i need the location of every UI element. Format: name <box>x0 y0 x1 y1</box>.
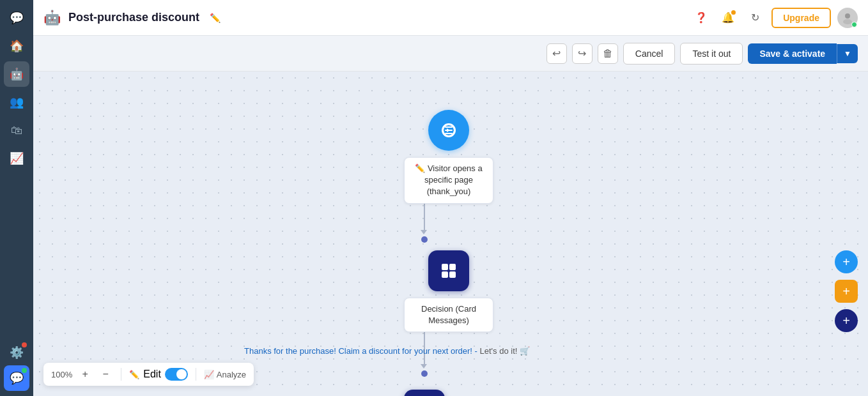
edit-pencil-icon: ✏️ <box>129 370 139 379</box>
divider-2 <box>196 368 196 381</box>
trigger-circle[interactable] <box>428 110 469 151</box>
header-logo: 🤖 <box>43 10 61 26</box>
save-activate-button[interactable]: Save & activate <box>748 43 837 64</box>
sidebar-item-settings[interactable]: ⚙️ <box>4 340 29 365</box>
avatar <box>837 8 858 28</box>
livechat-badge <box>22 368 27 373</box>
canvas-toolbar: ↩ ↪ 🗑 Cancel Test it out Save & activate… <box>33 36 868 72</box>
analyze-label: Analyze <box>217 370 246 379</box>
delete-button[interactable]: 🗑 <box>598 43 618 64</box>
sidebar-item-analytics[interactable]: 📈 <box>4 146 29 171</box>
flow-canvas[interactable]: ✏️ Visitor opens a specific page (thank_… <box>33 72 868 396</box>
arrow-2 <box>421 364 427 369</box>
app-container: 💬 🏠 🤖 👥 🛍 📈 ⚙️ 💬 🤖 Post-purchase discoun… <box>0 0 868 396</box>
refresh-button[interactable]: ↻ <box>745 8 765 28</box>
header-actions: ❓ 🔔 ↻ Upgrade <box>691 8 858 28</box>
svg-rect-4 <box>449 264 456 270</box>
add-step-blue-button[interactable]: + <box>835 250 858 273</box>
right-panel: + + + <box>835 250 858 332</box>
decision-label: Decision (Card Messages) <box>404 298 493 332</box>
save-activate-group: Save & activate ▼ <box>748 43 858 64</box>
analyze-section[interactable]: 📈 Analyze <box>204 370 246 379</box>
sidebar-item-home[interactable]: 🏠 <box>4 33 29 59</box>
svg-rect-6 <box>449 271 456 278</box>
decision-node[interactable]: Decision (Card Messages) <box>404 250 493 332</box>
canvas-area: ↩ ↪ 🗑 Cancel Test it out Save & activate… <box>33 36 868 396</box>
svg-rect-5 <box>442 271 448 278</box>
trigger-label: ✏️ Visitor opens a specific page (thank_… <box>404 157 493 204</box>
sidebar: 💬 🏠 🤖 👥 🛍 📈 ⚙️ 💬 <box>0 0 33 396</box>
sidebar-item-bots[interactable]: 🤖 <box>4 61 29 87</box>
toggle-knob <box>176 369 187 379</box>
svg-point-0 <box>845 13 850 19</box>
settings-badge <box>22 342 27 347</box>
svg-rect-3 <box>442 264 448 270</box>
save-dropdown-button[interactable]: ▼ <box>837 44 858 63</box>
divider <box>121 368 121 381</box>
cancel-button[interactable]: Cancel <box>623 43 676 65</box>
message-node[interactable]: ✏️ ⧉ ✕ <box>404 390 445 396</box>
edit-label: Edit <box>143 369 161 380</box>
redo-button[interactable]: ↪ <box>572 43 593 64</box>
title-edit-icon[interactable]: ✏️ <box>210 13 221 23</box>
edit-section: ✏️ Edit <box>129 368 188 381</box>
trigger-label-text: ✏️ Visitor opens a specific page (thank_… <box>415 164 482 196</box>
svg-point-1 <box>843 19 852 24</box>
message-separator: - <box>472 346 480 356</box>
bottom-toolbar: 100% + − ✏️ Edit 📈 Analyze <box>43 363 254 386</box>
sidebar-item-contacts[interactable]: 👥 <box>4 89 29 115</box>
message-circle[interactable] <box>404 390 445 396</box>
message-text-container: Thanks for the purchase! Claim a discoun… <box>244 346 530 356</box>
test-button[interactable]: Test it out <box>680 43 743 65</box>
decision-circle[interactable] <box>428 250 469 291</box>
sidebar-item-chat[interactable]: 💬 <box>4 5 29 31</box>
undo-button[interactable]: ↩ <box>546 43 567 64</box>
notifications-button[interactable]: 🔔 <box>718 8 738 28</box>
notification-badge <box>731 10 736 15</box>
mid-dot-1 <box>421 236 428 243</box>
mid-dot-2 <box>421 370 428 377</box>
message-bold-text: Thanks for the purchase! Claim a discoun… <box>244 346 472 356</box>
sidebar-bottom: ⚙️ 💬 <box>4 340 29 391</box>
zoom-out-button[interactable]: − <box>98 367 113 382</box>
sidebar-item-commerce[interactable]: 🛍 <box>4 118 29 143</box>
upgrade-button[interactable]: Upgrade <box>771 8 831 28</box>
trigger-node[interactable]: ✏️ Visitor opens a specific page (thank_… <box>404 110 493 204</box>
analyze-chart-icon: 📈 <box>204 370 214 379</box>
header: 🤖 Post-purchase discount ✏️ ❓ 🔔 ↻ Upgrad… <box>33 0 868 36</box>
message-normal-text: Let's do it! 🛒 <box>480 346 530 356</box>
add-step-orange-button[interactable]: + <box>835 280 858 303</box>
zoom-level: 100% <box>51 370 72 379</box>
edit-toggle[interactable] <box>165 368 188 381</box>
zoom-in-button[interactable]: + <box>77 367 93 382</box>
sidebar-item-livechat[interactable]: 💬 <box>4 365 29 391</box>
help-button[interactable]: ❓ <box>691 8 711 28</box>
main-content: 🤖 Post-purchase discount ✏️ ❓ 🔔 ↻ Upgrad… <box>33 0 868 396</box>
avatar-online-indicator <box>851 22 857 27</box>
arrow-1 <box>421 230 427 234</box>
page-title: Post-purchase discount <box>68 11 199 24</box>
add-step-dark-button[interactable]: + <box>835 309 858 332</box>
decision-label-text: Decision (Card Messages) <box>421 304 476 325</box>
